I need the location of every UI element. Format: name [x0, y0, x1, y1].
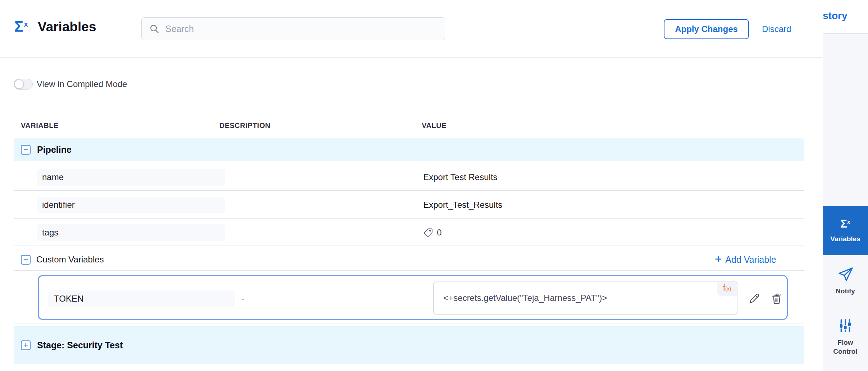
page-title: Variables — [38, 19, 96, 35]
discard-button[interactable]: Discard — [762, 19, 791, 39]
delete-variable-button[interactable] — [770, 291, 784, 306]
paper-plane-icon — [837, 266, 854, 283]
trash-icon — [770, 292, 783, 305]
token-value-input[interactable]: <+secrets.getValue("Teja_Harness_PAT")> … — [433, 281, 737, 315]
variables-screen: Σx Variables Apply Changes Discard View … — [0, 0, 868, 371]
search-icon — [149, 23, 160, 34]
sliders-icon — [837, 317, 854, 334]
column-header-description: DESCRIPTION — [219, 122, 270, 130]
collapse-minus-icon[interactable]: − — [21, 145, 31, 155]
variable-name-label: name — [42, 172, 64, 182]
row-divider — [14, 218, 804, 219]
section-stage-label: Stage: Security Test — [37, 340, 123, 351]
variable-identifier-value: Export_Test_Results — [423, 197, 502, 213]
search-input[interactable] — [165, 23, 438, 35]
plus-icon: + — [715, 253, 722, 265]
apply-changes-button[interactable]: Apply Changes — [664, 19, 749, 39]
column-header-variable: VARIABLE — [21, 122, 59, 130]
custom-variable-row-token: TOKEN - <+secrets.getValue("Teja_Harness… — [38, 275, 788, 320]
row-divider — [14, 190, 804, 191]
rail-item-label: Notify — [827, 287, 864, 296]
add-variable-label: Add Variable — [725, 255, 776, 265]
rail-item-variables[interactable]: Σx Variables — [823, 206, 868, 255]
add-variable-button[interactable]: + Add Variable — [715, 252, 776, 267]
variable-name-value: Export Test Results — [423, 169, 497, 186]
variable-name-field: name — [37, 169, 225, 186]
compiled-mode-toggle[interactable] — [14, 79, 33, 90]
history-link[interactable]: story — [823, 10, 847, 22]
variable-tags-field: tags — [37, 224, 225, 241]
rail-item-label: Variables — [827, 235, 864, 244]
row-divider — [14, 270, 804, 271]
section-pipeline-label: Pipeline — [37, 145, 72, 155]
section-pipeline[interactable]: − Pipeline — [14, 138, 804, 161]
edit-variable-button[interactable] — [747, 292, 761, 306]
search-box — [141, 17, 445, 40]
row-divider — [14, 324, 804, 324]
token-name-label: TOKEN — [54, 294, 83, 304]
expand-plus-icon[interactable]: + — [21, 340, 31, 350]
expression-fx-badge[interactable]: f(x) — [717, 282, 737, 296]
column-header-value: VALUE — [422, 122, 447, 130]
rail-item-flow-control[interactable]: Flow Control — [823, 310, 868, 364]
variable-identifier-field: identifier — [37, 197, 225, 213]
collapse-minus-icon[interactable]: − — [21, 255, 31, 265]
variables-drawer: Σx Variables Apply Changes Discard View … — [0, 0, 822, 371]
tag-icon — [423, 228, 433, 238]
compiled-mode-label: View in Compiled Mode — [37, 79, 127, 89]
token-description: - — [241, 290, 244, 307]
token-value-expression: <+secrets.getValue("Teja_Harness_PAT")> — [443, 282, 607, 314]
tags-count: 0 — [437, 228, 442, 238]
section-stage-security-test[interactable]: + Stage: Security Test — [14, 326, 804, 364]
page-header-sliver: story — [823, 0, 868, 34]
variable-tags-label: tags — [42, 228, 58, 238]
section-custom-variables[interactable]: − Custom Variables — [21, 252, 104, 267]
row-divider — [14, 246, 804, 246]
rail-item-label: Flow Control — [827, 338, 864, 356]
drawer-header: Σx Variables Apply Changes Discard — [0, 0, 822, 58]
variable-identifier-label: identifier — [42, 200, 75, 210]
variable-tags-value: 0 — [423, 224, 442, 241]
pencil-icon — [748, 292, 760, 305]
sigma-x-icon: Σx — [14, 18, 28, 35]
section-custom-variables-label: Custom Variables — [36, 255, 104, 265]
sigma-x-icon: Σx — [840, 217, 850, 230]
token-name-field: TOKEN — [48, 290, 235, 307]
rail-item-notify[interactable]: Notify — [823, 258, 868, 303]
toggle-knob — [14, 79, 24, 89]
